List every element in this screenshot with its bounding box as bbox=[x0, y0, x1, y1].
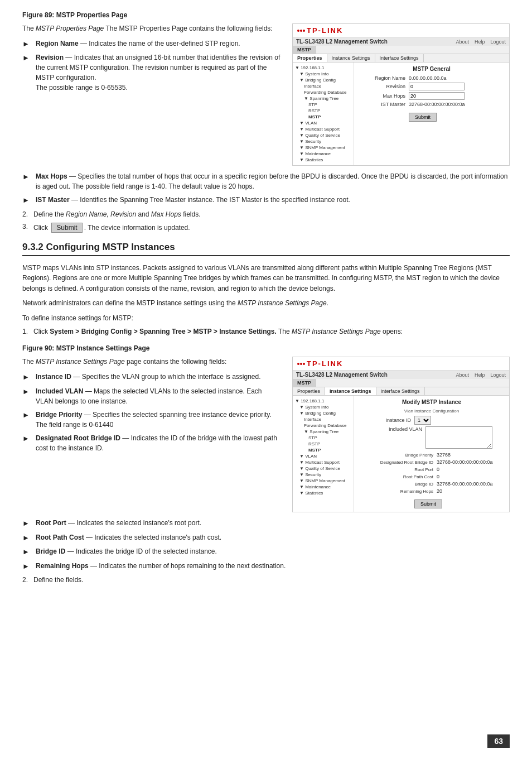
figure90-instance-id-row: Instance ID 1 bbox=[359, 416, 505, 425]
bullet-instance-id-content: Instance ID — Specifies the VLAN group t… bbox=[36, 372, 281, 383]
figure90-sidebar-snmp[interactable]: ▼ SNMP Management bbox=[295, 478, 351, 484]
inline-submit-btn[interactable]: Submit bbox=[51, 223, 82, 233]
num-1-90: 1. bbox=[22, 328, 33, 335]
bullet-bridge-priority-content: Bridge Priority — Specifies the selected… bbox=[36, 410, 281, 430]
sidebar-192[interactable]: ▼ 192.168.1.1 bbox=[295, 65, 351, 71]
max-hops-input[interactable] bbox=[409, 92, 465, 100]
sidebar-fwd-db[interactable]: Forwarding Database bbox=[295, 89, 351, 95]
figure90-subtab-instance-settings[interactable]: Instance Settings bbox=[325, 387, 376, 395]
about-link[interactable]: About bbox=[456, 39, 469, 45]
bridge-id-label: Bridge ID bbox=[359, 482, 437, 487]
revision-label: Revision bbox=[359, 84, 409, 89]
included-vlan-textarea[interactable] bbox=[425, 426, 492, 449]
figure90-subtabs: Properties Instance Settings Interface S… bbox=[293, 387, 509, 396]
step1-90: 1. Click System > Bridging Config > Span… bbox=[22, 328, 510, 335]
step2-89-text: Define the Region Name, Revision and Max… bbox=[33, 210, 201, 218]
sidebar-security[interactable]: ▼ Security bbox=[295, 138, 351, 145]
subtab-interface-settings[interactable]: Interface Settings bbox=[375, 54, 424, 62]
arrow-icon-90-6: ► bbox=[22, 532, 31, 544]
figure90-submit-btn[interactable]: Submit bbox=[414, 499, 442, 508]
figure90-sidebar-mstp[interactable]: MSTP bbox=[295, 447, 351, 453]
instance-id-select[interactable]: 1 bbox=[414, 416, 431, 425]
bridge-priority-label: Bridge Priority bbox=[359, 453, 437, 458]
subtab-instance-settings[interactable]: Instance Settings bbox=[327, 54, 375, 62]
figure90-logo-text: TP-LINK bbox=[307, 359, 343, 368]
help-link[interactable]: Help bbox=[475, 39, 485, 45]
bullet-designated-root-bridge-id: ► Designated Root Bridge ID — Indicates … bbox=[22, 433, 281, 453]
figure90-bridge-id-row: Bridge ID 32768-00:00:00:00:00:0a bbox=[359, 481, 505, 487]
bullets-89-cont: ► Max Hops — Specifies the total number … bbox=[22, 171, 510, 206]
figure90-sidebar-rstp[interactable]: RSTP bbox=[295, 441, 351, 447]
sidebar-vlan[interactable]: ▼ VLAN bbox=[295, 120, 351, 126]
figure90-sidebar-maintenance[interactable]: ▼ Maintenance bbox=[295, 484, 351, 490]
figure89-content: MSTP General Region Name 0.00.00.00.00.0… bbox=[354, 63, 509, 165]
figure90-subtab-properties[interactable]: Properties bbox=[293, 387, 325, 395]
term-designated-root-bridge-id: Designated Root Bridge ID bbox=[36, 434, 120, 442]
sidebar-mstp[interactable]: MSTP bbox=[295, 114, 351, 120]
designated-root-value: 32768-00:00:00:00:00:0a bbox=[437, 459, 493, 465]
sidebar-multicast[interactable]: ▼ Multicast Support bbox=[295, 126, 351, 132]
instance-id-label: Instance ID bbox=[359, 417, 414, 423]
sidebar-stp[interactable]: STP bbox=[295, 102, 351, 108]
bullet-revision: ► Revision — Indicates that an unsigned … bbox=[22, 52, 281, 93]
figure90-dot1 bbox=[297, 363, 299, 365]
figure90-tab-mstp[interactable]: MSTP bbox=[293, 379, 316, 387]
to-define-text: To define instance settings for MSTP: bbox=[22, 313, 510, 324]
sidebar-maintenance[interactable]: ▼ Maintenance bbox=[295, 151, 351, 157]
logo-text: TP-LINK bbox=[307, 26, 343, 35]
arrow-icon-1: ► bbox=[22, 39, 31, 50]
num-3: 3. bbox=[22, 223, 33, 230]
sidebar-snmp[interactable]: ▼ SNMP Management bbox=[295, 145, 351, 151]
root-port-value: 0 bbox=[437, 467, 439, 472]
figure90-sidebar-system[interactable]: ▼ System Info bbox=[295, 404, 351, 410]
subtab-properties[interactable]: Properties bbox=[293, 54, 327, 62]
logo-dot3 bbox=[303, 30, 305, 32]
figure90-sidebar-qos[interactable]: ▼ Quality of Service bbox=[295, 465, 351, 472]
figure90-help-link[interactable]: Help bbox=[475, 372, 485, 378]
num-2: 2. bbox=[22, 210, 33, 218]
figure90-sidebar-spanning[interactable]: ▼ Spanning Tree bbox=[295, 429, 351, 435]
tplink-logo: TP-LINK bbox=[297, 26, 343, 35]
arrow-icon-90-7: ► bbox=[22, 546, 31, 558]
figure90-sidebar-stp[interactable]: STP bbox=[295, 435, 351, 441]
figure90-sidebar-192[interactable]: ▼ 192.168.1.1 bbox=[295, 398, 351, 404]
figure90-sidebar-multicast[interactable]: ▼ Multicast Support bbox=[295, 459, 351, 465]
bullet-included-vlan-content: Included VLAN — Maps the selected VLANs … bbox=[36, 386, 281, 406]
bridge-priority-value: 32768 bbox=[437, 452, 451, 458]
logout-link[interactable]: Logout bbox=[490, 39, 506, 45]
root-path-cost-value: 0 bbox=[437, 474, 439, 479]
revision-input[interactable] bbox=[409, 83, 465, 90]
bullet-remaining-hops: ► Remaining Hops — Indicates the number … bbox=[22, 561, 510, 572]
figure90-subtab-interface-settings[interactable]: Interface Settings bbox=[376, 387, 425, 395]
figure90-sidebar-fwd[interactable]: Forwarding Database bbox=[295, 422, 351, 429]
arrow-icon-90-8: ► bbox=[22, 561, 31, 572]
term-region-name: Region Name bbox=[36, 40, 79, 47]
sidebar-bridging-config[interactable]: ▼ Bridging Config bbox=[295, 77, 351, 83]
sidebar-spanning-tree[interactable]: ▼ Spanning Tree bbox=[295, 95, 351, 102]
figure89-body: ▼ 192.168.1.1 ▼ System Info ▼ Bridging C… bbox=[293, 63, 509, 165]
figure89-submit-btn[interactable]: Submit bbox=[409, 113, 437, 122]
sidebar-interface[interactable]: Interface bbox=[295, 83, 351, 89]
sidebar-rstp[interactable]: RSTP bbox=[295, 108, 351, 114]
figure90-box: TP-LINK TL-SL3428 L2 Management Switch A… bbox=[292, 357, 510, 512]
sidebar-system-info[interactable]: ▼ System Info bbox=[295, 71, 351, 77]
figure90-sidebar-security[interactable]: ▼ Security bbox=[295, 472, 351, 478]
step3-89-text: Click Submit. The device information is … bbox=[33, 223, 190, 233]
figure90-sidebar-bridging[interactable]: ▼ Bridging Config bbox=[295, 410, 351, 416]
bullet-max-hops: ► Max Hops — Specifies the total number … bbox=[22, 171, 510, 191]
figure90-sidebar-statistics[interactable]: ▼ Statistics bbox=[295, 490, 351, 496]
arrow-icon-90-1: ► bbox=[22, 372, 31, 383]
sidebar-qos[interactable]: ▼ Quality of Service bbox=[295, 132, 351, 138]
bullet-ist-master-content: IST Master — Identifies the Spanning Tre… bbox=[36, 195, 510, 206]
tab-mstp[interactable]: MSTP bbox=[293, 46, 316, 54]
figure89-box: TP-LINK TL-SL3428 L2 Management Switch A… bbox=[292, 23, 510, 166]
term-root-port: Root Port bbox=[36, 519, 66, 527]
figure90-sidebar-vlan[interactable]: ▼ VLAN bbox=[295, 453, 351, 459]
term-ist-master: IST Master bbox=[36, 196, 70, 204]
sidebar-statistics[interactable]: ▼ Statistics bbox=[295, 157, 351, 163]
mstp-instance-settings-page-italic: MSTP Instance Settings Page bbox=[36, 358, 125, 366]
figure90-sidebar-interface[interactable]: Interface bbox=[295, 416, 351, 422]
figure90-about-link[interactable]: About bbox=[456, 372, 469, 378]
figure90-designated-root-row: Designated Root Bridge ID 32768-00:00:00… bbox=[359, 459, 505, 465]
figure90-logout-link[interactable]: Logout bbox=[490, 372, 506, 378]
